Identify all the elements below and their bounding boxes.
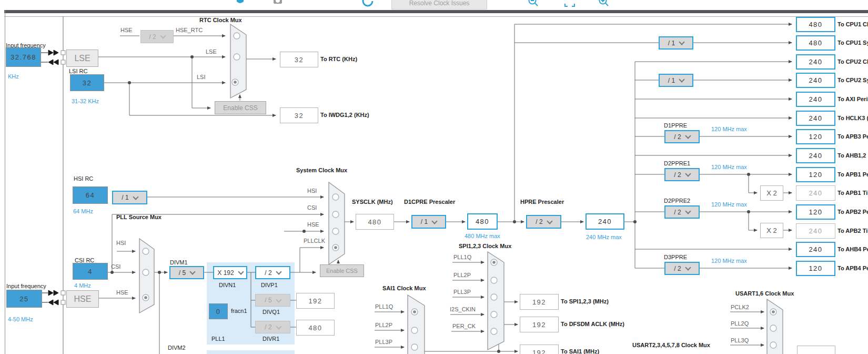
output-value-box[interactable]: 480 bbox=[796, 35, 835, 51]
sysclk-value-box: 480 bbox=[356, 214, 394, 230]
rtc-output-box: 32 bbox=[280, 52, 318, 67]
sysmux-hse-label: HSE bbox=[307, 221, 319, 228]
usart16-pclk2-label: PCLK2 bbox=[731, 304, 749, 310]
usart16-output-box bbox=[797, 346, 835, 354]
output-label: To CPU2 Cl bbox=[837, 58, 868, 65]
hsi-divider-dropdown[interactable]: / 1 bbox=[112, 191, 147, 204]
sai-mux-title: SAI1 Clock Mux bbox=[382, 285, 426, 291]
sai-mux-radio-pll2p[interactable] bbox=[411, 327, 418, 333]
usart16-mux-title: USART1,6 Clock Mux bbox=[735, 290, 794, 297]
rtc-mux-radio-hse-rtc[interactable] bbox=[234, 33, 240, 39]
radio-selected-dot bbox=[144, 296, 147, 299]
saimux-pll3p-label: PLL3P bbox=[375, 339, 392, 345]
d2ppre1-value: / 2 bbox=[674, 171, 681, 179]
d3ppre-dropdown[interactable]: / 2 bbox=[664, 262, 700, 275]
output-value-box[interactable]: 120 bbox=[796, 261, 835, 276]
rtc-mux-radio-lse[interactable] bbox=[234, 54, 240, 60]
rtc-lse-wire-label: LSE bbox=[206, 48, 217, 55]
lsi-value-box[interactable]: 32 bbox=[70, 74, 104, 91]
output-value-box[interactable]: 480 bbox=[796, 17, 835, 32]
pll-mux-radio-hsi[interactable] bbox=[143, 248, 149, 254]
spi-mux-radio-pll2p[interactable] bbox=[491, 277, 497, 283]
output-value-box[interactable]: 240 bbox=[796, 242, 835, 257]
divr1-value: / 2 bbox=[265, 323, 271, 331]
pll-mux-radio-csi[interactable] bbox=[143, 269, 149, 276]
output-value-box[interactable]: 240 bbox=[796, 54, 835, 70]
output-value-box[interactable]: 120 bbox=[796, 129, 835, 144]
divq1-dropdown: / 5 bbox=[255, 294, 290, 307]
d2ppre1-dropdown[interactable]: / 2 bbox=[664, 168, 700, 181]
usart16-mux-radio-pll2q[interactable] bbox=[770, 325, 776, 331]
chevron-down-icon bbox=[276, 297, 281, 302]
spi-mux-radio-per-ck[interactable] bbox=[491, 328, 497, 335]
d1ppre-label: D1PPRE bbox=[664, 122, 687, 129]
divn1-dropdown[interactable]: X 192 bbox=[213, 266, 247, 279]
chevron-down-icon bbox=[160, 33, 166, 38]
sai1-output-box: 192 bbox=[520, 345, 559, 354]
output-label: To CPU1 Sy bbox=[837, 40, 868, 46]
rtc-hse-divider-value: / 2 bbox=[149, 33, 156, 41]
hsi-value-box[interactable]: 64 bbox=[73, 186, 108, 204]
d1cpre-output-box[interactable]: 480 bbox=[467, 213, 498, 230]
divm1-value: / 5 bbox=[179, 269, 186, 277]
rtc-hse-wire-label: HSE bbox=[120, 27, 133, 33]
output-label: To AXI Peri bbox=[837, 96, 867, 102]
hsi-rc-label: HSI RC bbox=[74, 175, 93, 182]
chevron-down-icon bbox=[238, 269, 244, 274]
rtc-enable-css-button[interactable]: Enable CSS bbox=[215, 101, 266, 114]
chevron-down-icon bbox=[432, 218, 438, 224]
divp1-dropdown[interactable]: / 2 bbox=[255, 266, 290, 279]
hpre-max-label: 240 MHz max bbox=[586, 234, 622, 240]
d2ppre2-dropdown[interactable]: / 2 bbox=[664, 205, 700, 219]
usart16-mux-radio-pll3q[interactable] bbox=[770, 342, 776, 348]
d2ppre1-max-label: 120 MHz max bbox=[711, 164, 747, 170]
chevron-down-icon bbox=[685, 208, 691, 214]
hpre-dropdown[interactable]: / 2 bbox=[526, 215, 561, 229]
spi-mux-radio-pll3p[interactable] bbox=[491, 294, 497, 300]
output-value-box[interactable]: 120 bbox=[796, 167, 835, 182]
iwdg-output-label: To IWDG1,2 (KHz) bbox=[320, 112, 369, 118]
chevron-down-icon bbox=[685, 133, 691, 139]
sai-mux-radio-pll3p[interactable] bbox=[411, 344, 418, 350]
spi-output-box: 192 bbox=[520, 294, 559, 310]
cpu2-sysclk-divider-dropdown[interactable]: / 1 bbox=[659, 74, 693, 87]
system-mux-radio-hse[interactable] bbox=[332, 228, 339, 234]
divm1-dropdown[interactable]: / 5 bbox=[169, 266, 204, 279]
spimux-pll1q-label: PLL1Q bbox=[453, 254, 471, 260]
output-value-box: 240 bbox=[796, 185, 835, 201]
hpre-output-box[interactable]: 240 bbox=[586, 213, 624, 230]
d2ppre1-label: D2PPRE1 bbox=[664, 160, 690, 166]
pllmux-csi-label: CSI bbox=[111, 263, 120, 270]
fracn1-value-box: 0 bbox=[209, 303, 228, 319]
d1ppre-dropdown[interactable]: / 2 bbox=[664, 130, 700, 143]
cpu1-sysclk-divider-dropdown[interactable]: / 1 bbox=[659, 36, 693, 50]
csi-value-box[interactable]: 4 bbox=[73, 263, 108, 280]
output-value-box[interactable]: 240 bbox=[796, 111, 835, 126]
clock-tree-wires-layer bbox=[0, 0, 868, 354]
d2ppre2-value: / 2 bbox=[674, 209, 681, 216]
d1cpre-dropdown[interactable]: / 1 bbox=[411, 215, 446, 229]
lse-input-frequency-field[interactable]: 32.768 bbox=[6, 47, 41, 67]
output-value-box[interactable]: 240 bbox=[796, 148, 835, 163]
output-value-box[interactable]: 240 bbox=[796, 92, 835, 107]
system-mux-radio-csi[interactable] bbox=[332, 211, 339, 218]
output-value-box[interactable]: 240 bbox=[796, 73, 835, 88]
lsi-range-label: 31-32 KHz bbox=[72, 98, 99, 104]
sysmux-enable-css-button[interactable]: Enable CSS bbox=[320, 264, 364, 277]
hsi-freq-label: 64 MHz bbox=[73, 208, 93, 214]
spi-mux-radio-i2s-ckin[interactable] bbox=[491, 311, 497, 318]
spimux-pll3p-label: PLL3P bbox=[453, 289, 471, 295]
output-label: To APB1 Pe bbox=[837, 171, 868, 178]
hse-input-frequency-field[interactable]: 25 bbox=[6, 290, 42, 308]
divr1-dropdown: / 2 bbox=[255, 321, 290, 333]
chevron-down-icon bbox=[679, 39, 685, 45]
d3ppre-max-label: 120 MHz max bbox=[711, 258, 747, 264]
spi-output-label: To SPI1,2,3 (MHz) bbox=[561, 298, 609, 304]
radio-selected-dot bbox=[492, 261, 496, 264]
rtc-hse-divider-dropdown: / 2 bbox=[140, 30, 174, 43]
pllmux-hse-label: HSE bbox=[116, 289, 128, 296]
iwdg-output-box: 32 bbox=[280, 107, 318, 123]
spi-mux-shape bbox=[488, 252, 504, 350]
system-mux-radio-hsi[interactable] bbox=[332, 194, 339, 200]
output-value-box[interactable]: 120 bbox=[796, 204, 835, 220]
